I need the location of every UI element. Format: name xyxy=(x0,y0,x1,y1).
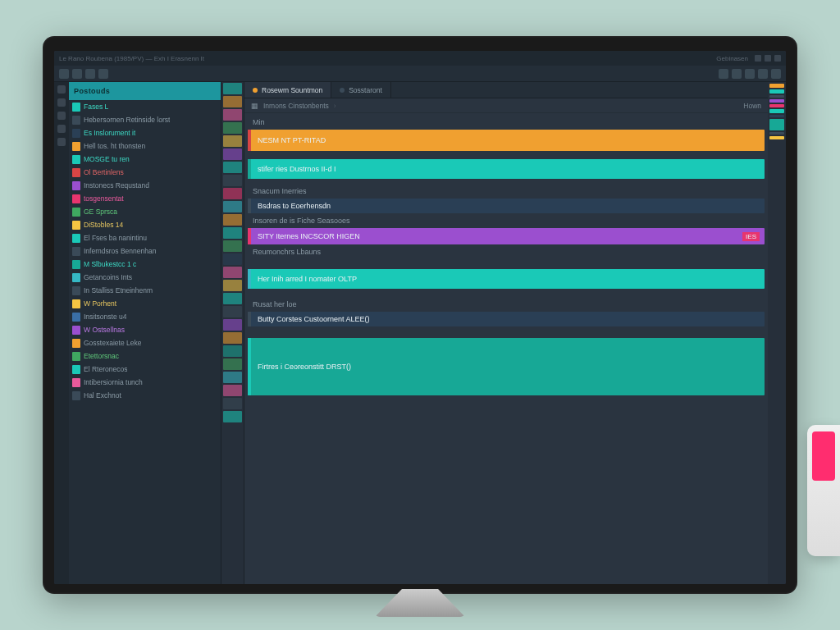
minimap-block xyxy=(769,89,784,94)
toolbar-icon[interactable] xyxy=(719,69,728,79)
minimap-block xyxy=(769,136,784,139)
minimap-block xyxy=(769,104,784,107)
window-title: Le Rano Roubena (1985/PV) — Exh I Erasne… xyxy=(59,55,710,62)
content-block[interactable]: Her Inih arred I nomater OLTP xyxy=(248,269,765,289)
file-icon xyxy=(72,313,80,322)
content-block[interactable]: Butty Corstes Custoornent ALEE() xyxy=(248,312,765,326)
toolbar-icon[interactable] xyxy=(745,69,755,79)
block-tag: IES xyxy=(742,232,760,241)
toolbar-icon[interactable] xyxy=(732,69,742,79)
block-stripe xyxy=(248,199,251,213)
window-controls[interactable] xyxy=(755,55,781,62)
extensions-icon[interactable] xyxy=(57,138,66,146)
tree-item[interactable]: Etettorsnac xyxy=(69,349,221,363)
gutter-mark xyxy=(223,109,242,121)
minimap-block xyxy=(769,115,784,117)
gutter-mark xyxy=(223,319,242,331)
section-label: Snacum Inerries xyxy=(248,185,765,197)
tab-dot-icon xyxy=(340,88,345,93)
toolbar-icon[interactable] xyxy=(85,69,95,79)
tree-item[interactable]: Fases L xyxy=(69,100,221,113)
crumb-icon: ▦ xyxy=(251,102,258,110)
scm-icon[interactable] xyxy=(57,112,66,120)
gutter-mark xyxy=(223,358,242,370)
file-icon xyxy=(72,378,80,387)
gutter-mark xyxy=(223,162,242,173)
toolbar-icon[interactable] xyxy=(758,69,768,79)
tree-item[interactable]: W Ostsellnas xyxy=(69,323,221,336)
tree-item[interactable]: In Stalliss Etneinhenm xyxy=(69,284,221,297)
content-block[interactable]: stifer ries Dustrnos II-d I xyxy=(248,159,765,179)
tree-item[interactable]: Getancoins Ints xyxy=(69,271,221,284)
tree-item[interactable]: Hebersornen Retinside lorst xyxy=(69,113,221,126)
section-label: Rusat her loe xyxy=(248,299,765,310)
search-icon[interactable] xyxy=(57,98,66,107)
file-icon xyxy=(72,116,80,125)
tree-item[interactable]: tosgensentat xyxy=(69,192,221,205)
tree-item[interactable]: Es Inslorument it xyxy=(69,126,221,139)
monitor-frame: Le Rano Roubena (1985/PV) — Exh I Erasne… xyxy=(43,36,797,594)
block-stripe xyxy=(248,159,251,179)
tree-item-label: Ol Bertinlens xyxy=(84,168,124,176)
tree-item[interactable]: Hell tos. ht thonsten xyxy=(69,139,221,153)
editor-tab[interactable]: Sosstaront xyxy=(331,82,391,98)
tree-item-label: El Fses ba nanintinu xyxy=(84,234,147,242)
tree-item[interactable]: W Porhent xyxy=(69,297,221,310)
file-icon xyxy=(72,103,80,112)
gutter-mark xyxy=(223,214,242,226)
tree-item[interactable]: Hal Exchnot xyxy=(69,389,221,402)
explorer-icon[interactable] xyxy=(57,85,66,94)
tree-item[interactable]: El Rteronecos xyxy=(69,363,221,376)
sidebar: Postouds Fases LHebersornen Retinside lo… xyxy=(69,82,221,584)
minimap[interactable] xyxy=(768,82,786,584)
block-text: stifer ries Dustrnos II-d I xyxy=(253,165,336,173)
tab-label: Sosstaront xyxy=(349,86,382,94)
file-icon xyxy=(72,129,80,138)
tree-item[interactable]: Instonecs Requstand xyxy=(69,179,221,192)
editor-content[interactable]: MinNESM NT PT-RITADstifer ries Dustrnos … xyxy=(244,113,768,584)
file-icon xyxy=(72,208,80,217)
status-text: Gebinasen xyxy=(716,55,748,62)
gutter-mark xyxy=(223,293,242,304)
tree-item[interactable]: Inferndsros Bennenhan xyxy=(69,244,221,258)
tree-item[interactable]: Gosstexaiete Leke xyxy=(69,336,221,349)
tree-item-label: Insitsonste u4 xyxy=(84,313,126,321)
content-block[interactable]: SITY Iternes INCSCOR HIGENIES xyxy=(248,228,765,244)
crumb-item[interactable]: Inmons Cinstonbents xyxy=(263,102,329,110)
toolbar-icon[interactable] xyxy=(771,69,781,79)
tree-item[interactable]: M Slbukestcc 1 c xyxy=(69,258,221,271)
tree-item-label: Etettorsnac xyxy=(84,352,119,360)
spacer xyxy=(248,290,765,297)
tree-item[interactable]: GE Sprsca xyxy=(69,205,221,218)
tree-item-label: W Porhent xyxy=(84,299,116,308)
tree-item-label: GE Sprsca xyxy=(84,208,117,216)
tree-item[interactable]: Insitsonste u4 xyxy=(69,310,221,323)
content-block[interactable]: NESM NT PT-RITAD xyxy=(248,130,765,151)
tree-item[interactable]: Ol Bertinlens xyxy=(69,166,221,179)
home-link[interactable]: Hown xyxy=(743,102,761,110)
tree-item[interactable]: DiStobles 14 xyxy=(69,218,221,231)
editor-tab[interactable]: Rosewm Sountmon xyxy=(244,82,331,98)
minimap-block xyxy=(769,99,784,103)
gutter-mark xyxy=(223,148,242,160)
toolbar-icon[interactable] xyxy=(59,69,69,79)
tree-item[interactable]: Intibersiornia tunch xyxy=(69,376,221,389)
titlebar: Le Rano Roubena (1985/PV) — Exh I Erasne… xyxy=(54,51,786,66)
tree-item[interactable]: MOSGE tu ren xyxy=(69,153,221,166)
block-stripe xyxy=(248,269,251,289)
toolbar-icon[interactable] xyxy=(98,69,108,79)
debug-icon[interactable] xyxy=(57,125,66,133)
content-block[interactable]: Firtres i Ceoreonstitt DRST() xyxy=(248,338,765,395)
tab-row: Rosewm SountmonSosstaront xyxy=(244,82,768,98)
block-text: Firtres i Ceoreonstitt DRST() xyxy=(253,363,351,371)
tree-item[interactable]: El Fses ba nanintinu xyxy=(69,231,221,244)
activity-bar xyxy=(54,82,69,584)
block-text: Butty Corstes Custoornent ALEE() xyxy=(253,315,370,323)
block-text: NESM NT PT-RITAD xyxy=(253,136,326,144)
content-block[interactable]: Bsdras to Eoerhensdn xyxy=(248,199,765,213)
toolbar-icon[interactable] xyxy=(72,69,82,79)
file-icon xyxy=(72,352,80,361)
file-icon xyxy=(72,155,80,164)
breadcrumb[interactable]: ▦ Inmons Cinstonbents › Hown xyxy=(244,98,768,113)
tree-item-label: Es Inslorument it xyxy=(84,129,135,137)
